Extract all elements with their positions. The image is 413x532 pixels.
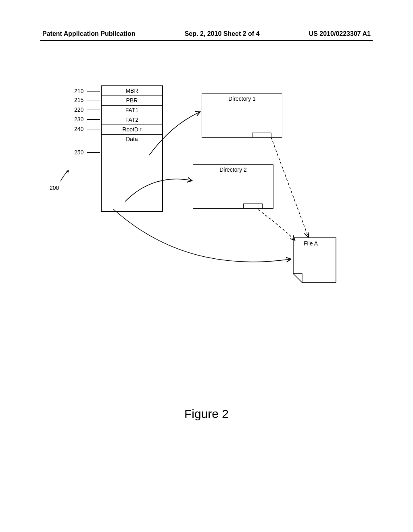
- header-right: US 2010/0223307 A1: [309, 30, 371, 37]
- header-rule: [40, 40, 373, 41]
- page-header: Patent Application Publication Sep. 2, 2…: [0, 30, 413, 37]
- diagram: MBR PBR FAT1 FAT2 RootDir Data 210 215 2…: [0, 81, 413, 282]
- connectors: [0, 81, 413, 302]
- header-left: Patent Application Publication: [42, 30, 136, 37]
- header-center: Sep. 2, 2010 Sheet 2 of 4: [185, 30, 260, 37]
- figure-caption: Figure 2: [184, 407, 229, 421]
